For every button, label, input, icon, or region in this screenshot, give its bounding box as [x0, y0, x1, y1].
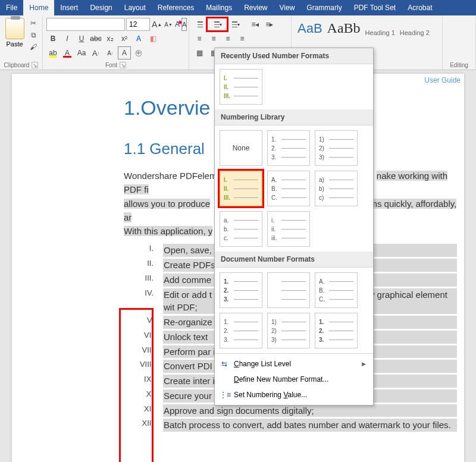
- list-number: III.: [124, 274, 163, 282]
- style-sample-2[interactable]: AaBb: [327, 20, 361, 36]
- grow-font2-button[interactable]: A↑: [89, 46, 102, 59]
- change-level-icon: ⇆: [220, 360, 229, 368]
- copy-button[interactable]: ⧉: [28, 30, 39, 40]
- group-font: A▲ A▼ A◆ A B I U abc x₂ x² A ◧ ab A Aa A…: [43, 15, 189, 70]
- list-number: I.: [124, 244, 163, 253]
- increase-indent-button[interactable]: ≡▸: [263, 18, 276, 31]
- list-number: II.: [124, 259, 163, 268]
- tab-layout[interactable]: Layout: [118, 0, 152, 15]
- font-size-select[interactable]: [126, 18, 150, 31]
- dd-footer: ⇆ Change List Level ▶ Define New Number …: [215, 353, 373, 405]
- set-value-icon: ⋮≡: [220, 391, 229, 399]
- format-painter-button[interactable]: 🖌: [28, 42, 39, 52]
- highlight-button[interactable]: ab: [46, 46, 60, 59]
- dd-doc-5[interactable]: 1) 2) 3): [267, 313, 310, 348]
- dd-doc-header: Document Number Formats: [215, 252, 373, 268]
- dd-opt-abc-paren[interactable]: a) b) c): [315, 171, 358, 206]
- list-text: Approve and sign documents digitally;: [163, 404, 457, 417]
- tab-mailings[interactable]: Mailings: [200, 0, 238, 15]
- font-family-select[interactable]: [46, 18, 125, 31]
- dd-opt-roman-lower[interactable]: i. ii. iii.: [267, 211, 310, 247]
- ribbon: Paste ✂ ⧉ 🖌 Clipboard ↘ A▲ A▼ A◆ A B I: [0, 15, 476, 70]
- justify-button[interactable]: ≡: [236, 32, 249, 45]
- grow-font-button[interactable]: A▲: [151, 18, 162, 31]
- change-list-level[interactable]: ⇆ Change List Level ▶: [215, 356, 373, 372]
- user-guide-link: User Guide: [424, 76, 461, 84]
- font-label: Font: [105, 62, 117, 68]
- dd-doc-6[interactable]: 1. 2. 3.: [315, 313, 358, 348]
- tab-acrobat[interactable]: Acrobat: [402, 0, 438, 15]
- dd-doc-4[interactable]: 1. 2. 3.: [220, 313, 262, 348]
- change-case-button[interactable]: Aa: [75, 46, 88, 59]
- multilevel-button[interactable]: ▾: [228, 18, 242, 31]
- paste-icon: [5, 18, 24, 39]
- style-sample-1[interactable]: AaB: [298, 21, 322, 36]
- paste-label: Paste: [6, 40, 23, 48]
- group-editing: Editing: [443, 15, 476, 70]
- dd-opt-123dot[interactable]: 1. 2. 3.: [267, 130, 310, 166]
- align-center-button[interactable]: ≡: [207, 32, 220, 45]
- superscript-button[interactable]: x²: [118, 32, 131, 45]
- font-launcher[interactable]: ↘: [120, 62, 126, 68]
- dd-opt-ABC[interactable]: A. B. C.: [267, 171, 310, 206]
- dd-opt-roman-upper[interactable]: I. II. III.: [220, 171, 262, 206]
- dd-opt-123paren[interactable]: 1) 2) 3): [315, 130, 358, 166]
- dd-library: None 1. 2. 3. 1) 2) 3) I. II. III. A. B.…: [215, 125, 373, 252]
- eraser-button[interactable]: ◧: [146, 32, 159, 45]
- list-item: XII.Batch process to convert, add bates …: [124, 419, 457, 432]
- tab-design[interactable]: Design: [84, 0, 118, 15]
- define-new-format[interactable]: Define New Number Format...: [215, 372, 373, 387]
- phonetic-guide-button[interactable]: A: [181, 18, 187, 31]
- dd-doc-3[interactable]: A. B. C.: [315, 272, 358, 308]
- submenu-arrow-icon: ▶: [362, 361, 366, 367]
- dd-docfmts: 1. 2. 3. A. B. C. 1. 2. 3. 1) 2): [215, 268, 373, 353]
- bold-button[interactable]: B: [46, 32, 60, 45]
- tab-review[interactable]: Review: [238, 0, 273, 15]
- subscript-button[interactable]: x₂: [104, 32, 117, 45]
- bullets-button[interactable]: [193, 18, 206, 31]
- dd-library-header: Numbering Library: [215, 109, 373, 125]
- italic-button[interactable]: I: [61, 32, 74, 45]
- group-clipboard: Paste ✂ ⧉ 🖌 Clipboard ↘: [0, 15, 43, 70]
- align-left-button[interactable]: ≡: [193, 32, 206, 45]
- editing-label: Editing: [450, 62, 468, 68]
- numbering-button[interactable]: ▾: [207, 18, 227, 31]
- list-number: IV.: [124, 288, 163, 297]
- shrink-font-button[interactable]: A▼: [164, 18, 173, 31]
- set-numbering-value[interactable]: ⋮≡ Set Numbering Value...: [215, 387, 373, 403]
- tab-file[interactable]: File: [0, 0, 23, 15]
- tab-insert[interactable]: Insert: [54, 0, 84, 15]
- style-heading2[interactable]: Heading 2: [400, 29, 430, 36]
- dd-opt-none[interactable]: None: [220, 130, 262, 166]
- tab-grammarly[interactable]: Grammarly: [300, 0, 347, 15]
- list-text: Batch process to convert, add bates numb…: [163, 419, 457, 432]
- cut-button[interactable]: ✂: [28, 18, 39, 29]
- clipboard-label: Clipboard: [4, 62, 30, 68]
- numbering-dropdown: Recently Used Number Formats I. II. III.…: [214, 48, 374, 406]
- clear-formatting-button[interactable]: A◆: [174, 18, 180, 31]
- enc-char-button[interactable]: ㊥: [132, 46, 145, 59]
- dd-recent-roman[interactable]: I. II. III.: [220, 69, 262, 105]
- tab-pdftoolset[interactable]: PDF Tool Set: [348, 0, 402, 15]
- highlight-numbers-box: [119, 308, 154, 462]
- decrease-indent-button[interactable]: ≡◂: [249, 18, 262, 31]
- style-heading1[interactable]: Heading 1: [365, 29, 395, 36]
- tab-references[interactable]: References: [152, 0, 200, 15]
- dd-recent-header: Recently Used Number Formats: [215, 48, 373, 64]
- dd-doc-2[interactable]: [267, 272, 310, 308]
- tab-view[interactable]: View: [274, 0, 301, 15]
- tab-home[interactable]: Home: [23, 0, 54, 15]
- text-effects-button[interactable]: A: [132, 32, 145, 45]
- list-item: XI.Approve and sign documents digitally;: [124, 404, 457, 417]
- shading-button[interactable]: ▦: [193, 46, 206, 59]
- underline-button[interactable]: U: [75, 32, 88, 45]
- font-color-button[interactable]: A: [61, 46, 74, 59]
- shrink-font2-button[interactable]: A↓: [104, 46, 117, 59]
- dd-opt-abc-dot[interactable]: a. b. c.: [220, 211, 262, 247]
- clipboard-launcher[interactable]: ↘: [32, 62, 38, 68]
- dd-doc-1[interactable]: 1. 2. 3.: [220, 272, 262, 308]
- strike-button[interactable]: abc: [89, 32, 102, 45]
- paste-button[interactable]: Paste: [4, 18, 26, 48]
- char-border-button[interactable]: A: [118, 46, 131, 59]
- align-right-button[interactable]: ≡: [221, 32, 234, 45]
